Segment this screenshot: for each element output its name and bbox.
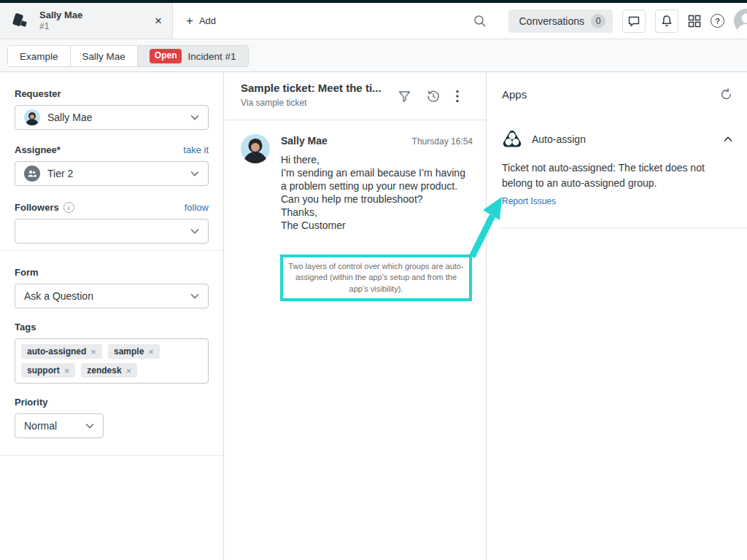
plus-icon: + [186,15,193,27]
chat-button[interactable] [622,9,646,33]
ticket-title: Sample ticket: Meet the ti... [241,82,398,94]
form-select[interactable]: Ask a Question [15,284,209,308]
conversation-header: Sample ticket: Meet the ti... Via sample… [225,72,486,120]
sidebar-divider [0,455,223,456]
tags-label: Tags [15,322,36,332]
apps-section-divider [498,228,747,228]
add-tab-button[interactable]: + Add [186,3,216,39]
search-icon[interactable] [473,15,487,28]
top-nav: Sally Mae #1 × + Add Conversations 0 [0,3,747,39]
take-it-link[interactable]: take it [183,144,209,155]
assignee-label: Assignee* [15,144,61,155]
tag-remove-icon[interactable]: × [148,347,154,357]
apps-panel: Apps Auto-assign Ticket not auto-assigne… [486,72,747,560]
events-history-icon[interactable] [427,90,440,103]
assignee-select[interactable]: Tier 2 [15,161,209,186]
auto-assign-app-header[interactable]: Auto-assign [502,129,732,149]
annotation-text: Two layers of control over which groups … [286,261,466,295]
priority-label: Priority [15,397,48,408]
message-author: Sally Mae [281,135,328,147]
priority-value: Normal [24,420,57,432]
breadcrumb-bar: Example Sally Mae Open Incident #1 [0,40,747,72]
followers-label: Followers i [15,202,74,213]
top-nav-right: Conversations 0 ? [473,3,747,39]
close-tab-icon[interactable]: × [155,15,162,27]
tag-pill[interactable]: auto-assigned× [21,344,102,359]
auto-assign-app-icon [502,129,522,149]
breadcrumb-item-ticket[interactable]: Open Incident #1 [138,46,248,66]
requester-label: Requester [15,88,61,99]
conversation-panel: Sample ticket: Meet the ti... Via sample… [225,72,486,560]
status-badge: Open [150,49,182,63]
requester-avatar [24,109,40,125]
assignee-value: Tier 2 [47,168,73,179]
ticket-tab-titles: Sally Mae #1 [39,9,82,32]
ticket-tab-number: #1 [39,21,82,32]
form-value: Ask a Question [24,290,93,302]
tags-input[interactable]: auto-assigned× sample× support× zendesk× [15,338,209,384]
requester-value: Sally Mae [47,112,92,123]
apps-grid-icon[interactable] [688,15,701,28]
help-icon[interactable]: ? [711,14,724,28]
breadcrumb: Example Sally Mae Open Incident #1 [7,45,249,67]
message: Sally Mae Thursday 16:54 Hi there, I’m s… [225,120,486,232]
filter-icon[interactable] [398,90,411,103]
tag-pill[interactable]: support× [21,363,75,378]
conversations-button[interactable]: Conversations 0 [508,9,614,33]
message-body: Hi there, I’m sending an email because I… [281,153,473,232]
message-timestamp: Thursday 16:54 [412,136,473,147]
tag-remove-icon[interactable]: × [126,366,132,376]
tag-pill[interactable]: sample× [108,344,160,359]
ticket-tab-title: Sally Mae [39,9,82,21]
ticket-tab[interactable]: Sally Mae #1 × [0,3,173,39]
form-label: Form [15,267,39,278]
refresh-apps-icon[interactable] [720,88,732,101]
requester-select[interactable]: Sally Mae [15,105,209,130]
follow-link[interactable]: follow [185,202,209,213]
breadcrumb-item-example[interactable]: Example [8,46,71,66]
group-icon [24,166,40,182]
chevron-up-icon[interactable] [724,136,732,142]
report-issues-link[interactable]: Report Issues [502,196,556,206]
tag-remove-icon[interactable]: × [90,347,96,357]
tag-remove-icon[interactable]: × [64,366,70,376]
user-avatar[interactable] [734,9,747,34]
auto-assign-app-name: Auto-assign [532,133,586,145]
followers-select[interactable] [15,219,209,244]
annotation-callout: Two layers of control over which groups … [280,254,472,301]
breadcrumb-item-requester[interactable]: Sally Mae [71,46,138,66]
auto-assign-message: Ticket not auto-assigned: The ticket doe… [502,160,732,191]
message-author-avatar [241,134,270,163]
apps-title: Apps [502,88,527,101]
conversations-label: Conversations [519,15,585,27]
ticket-fields-sidebar: Requester Sally Mae Assignee* take it Ti… [0,72,224,560]
kebab-menu-icon[interactable] [456,90,459,103]
priority-select[interactable]: Normal [15,413,104,438]
ticket-name: Incident #1 [187,51,236,62]
notifications-bell-icon[interactable] [655,9,678,33]
add-label: Add [199,15,216,26]
conversations-count-badge: 0 [591,14,605,28]
info-icon[interactable]: i [63,202,74,213]
tag-pill[interactable]: zendesk× [81,363,137,378]
ticket-icon [12,11,31,31]
